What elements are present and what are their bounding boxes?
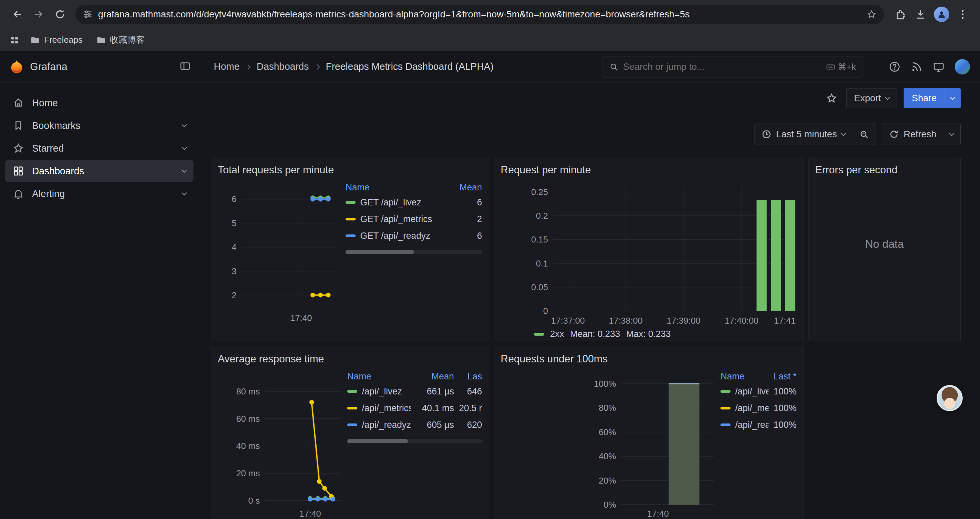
- series-name: /api/_metrics: [735, 403, 768, 414]
- chevron-down-icon[interactable]: [182, 190, 187, 195]
- chevron-down-icon[interactable]: [182, 122, 187, 127]
- sidebar-item-starred[interactable]: Starred: [5, 137, 194, 159]
- col-last[interactable]: Last *: [768, 371, 797, 382]
- grafana-logo[interactable]: [10, 59, 24, 74]
- search-box[interactable]: ⌘+k: [602, 56, 863, 77]
- col-name[interactable]: Name: [345, 182, 459, 193]
- keyboard-icon: [826, 62, 835, 72]
- user-avatar[interactable]: [955, 59, 970, 75]
- panel-title[interactable]: Errors per second: [815, 163, 954, 177]
- export-button[interactable]: Export: [846, 88, 897, 108]
- col-mean[interactable]: Mean: [459, 182, 482, 193]
- share-menu-button[interactable]: [945, 88, 961, 108]
- svg-text:17:40: 17:40: [647, 509, 669, 519]
- panel-content: 6543217:40 Name Mean GET /api/_livez 6: [218, 181, 482, 324]
- bookmark-label: 收藏博客: [110, 34, 145, 46]
- help-icon[interactable]: [889, 61, 900, 73]
- svg-text:60%: 60%: [599, 427, 616, 437]
- browser-toolbar: [0, 0, 980, 29]
- site-settings-icon[interactable]: [83, 10, 93, 19]
- col-mean[interactable]: Mean: [410, 371, 454, 382]
- series-swatch: [347, 407, 357, 409]
- time-range-button[interactable]: Last 5 minutes: [755, 124, 852, 145]
- news-rss-icon[interactable]: [911, 61, 923, 73]
- share-split-button: Share: [904, 88, 961, 108]
- clock-icon: [762, 129, 772, 139]
- bookmark-icon: [13, 120, 24, 131]
- sidebar-item-alerting[interactable]: Alerting: [5, 183, 194, 204]
- sidebar-item-bookmarks[interactable]: Bookmarks: [5, 115, 194, 136]
- refresh-button[interactable]: Refresh: [882, 124, 943, 145]
- chevron-down-icon: [841, 131, 846, 136]
- favorite-star-icon[interactable]: [824, 90, 840, 106]
- request-rate-chart[interactable]: 0.250.20.150.10.05017:37:0017:38:0017:39…: [501, 181, 796, 327]
- breadcrumb-home[interactable]: Home: [214, 61, 240, 72]
- series-mean: 661 µs: [410, 386, 454, 397]
- browser-profile-avatar[interactable]: [934, 7, 949, 22]
- refresh-icon: [889, 129, 899, 139]
- download-icon[interactable]: [911, 5, 930, 24]
- svg-text:80 ms: 80 ms: [236, 386, 260, 396]
- forward-icon[interactable]: [29, 5, 48, 24]
- share-button[interactable]: Share: [904, 88, 945, 108]
- under-100ms-chart[interactable]: 100%80%60%40%20%0%17:40: [501, 370, 716, 519]
- col-name[interactable]: Name: [721, 371, 768, 382]
- chevron-down-icon[interactable]: [182, 145, 187, 150]
- series-swatch: [721, 407, 730, 409]
- svg-text:17:41:00: 17:41:00: [774, 316, 796, 326]
- table-scrollbar[interactable]: [347, 439, 482, 443]
- table-row[interactable]: GET /api/_metrics 2: [345, 211, 482, 227]
- response-time-chart[interactable]: 80 ms60 ms40 ms20 ms0 s17:40: [218, 370, 342, 519]
- table-row[interactable]: /api/_readyz 100%: [721, 417, 797, 433]
- svg-text:5: 5: [232, 218, 237, 228]
- total-requests-chart[interactable]: 6543217:40: [218, 181, 341, 324]
- table-row[interactable]: GET /api/_livez 6: [345, 194, 482, 211]
- back-icon[interactable]: [8, 5, 27, 24]
- col-name[interactable]: Name: [347, 371, 410, 382]
- table-row[interactable]: /api/_metrics 100%: [721, 400, 797, 417]
- chevron-down-icon[interactable]: [182, 167, 187, 172]
- svg-text:40%: 40%: [599, 451, 616, 461]
- reload-icon[interactable]: [51, 5, 69, 24]
- apps-grid-icon[interactable]: [7, 33, 22, 48]
- screen: Freeleaps 收藏博客 Grafana: [0, 0, 980, 519]
- table-row[interactable]: /api/_livez 661 µs 646: [347, 383, 482, 400]
- series-mean: 6: [459, 231, 482, 241]
- bookmark-freeleaps[interactable]: Freeleaps: [25, 32, 88, 48]
- sidebar-item-dashboards[interactable]: Dashboards: [5, 160, 194, 182]
- url-input[interactable]: [98, 9, 861, 20]
- refresh-interval-button[interactable]: [943, 124, 960, 145]
- panel-title[interactable]: Requests under 100ms: [501, 352, 797, 366]
- zoom-out-button[interactable]: [852, 124, 876, 145]
- series-mean: 605 µs: [410, 420, 454, 430]
- grafana-header-left: Grafana: [0, 51, 199, 83]
- svg-text:0.1: 0.1: [536, 259, 548, 268]
- bookmark-blog[interactable]: 收藏博客: [91, 31, 150, 48]
- table-row[interactable]: /api/_metrics 40.1 ms 20.5 r: [347, 400, 482, 417]
- bookmark-star-icon[interactable]: [867, 10, 877, 19]
- table-row[interactable]: /api/_livez 100%: [721, 383, 797, 400]
- table-row[interactable]: /api/_readyz 605 µs 620: [347, 417, 482, 433]
- sidebar-toggle-icon[interactable]: [180, 61, 191, 73]
- series-table: Name Last * /api/_livez 100% /api/_metri…: [721, 370, 797, 519]
- panel-title[interactable]: Request per minute: [501, 163, 797, 177]
- panel-request-rate: Request per minute 0.250.20.150.10.05017…: [494, 157, 803, 341]
- assistant-avatar[interactable]: [937, 385, 963, 411]
- time-range-group: Last 5 minutes: [754, 124, 876, 145]
- panel-title[interactable]: Total requests per minute: [218, 163, 482, 177]
- extensions-icon[interactable]: [890, 5, 908, 24]
- browser-menu-icon[interactable]: [953, 5, 972, 24]
- zoom-out-icon: [859, 129, 869, 139]
- col-last[interactable]: Las: [454, 371, 482, 382]
- legend[interactable]: 2xx Mean: 0.233 Max: 0.233: [534, 329, 797, 339]
- svg-text:0.05: 0.05: [531, 282, 548, 292]
- table-scrollbar[interactable]: [345, 250, 482, 254]
- kiosk-monitor-icon[interactable]: [932, 61, 945, 73]
- breadcrumb-dashboards[interactable]: Dashboards: [256, 61, 309, 72]
- series-last: 620: [454, 420, 482, 430]
- panel-title[interactable]: Average response time: [218, 352, 482, 366]
- url-bar[interactable]: [75, 5, 884, 24]
- sidebar-item-home[interactable]: Home: [5, 92, 194, 113]
- table-row[interactable]: GET /api/_readyz 6: [345, 227, 482, 244]
- search-input[interactable]: [623, 61, 821, 72]
